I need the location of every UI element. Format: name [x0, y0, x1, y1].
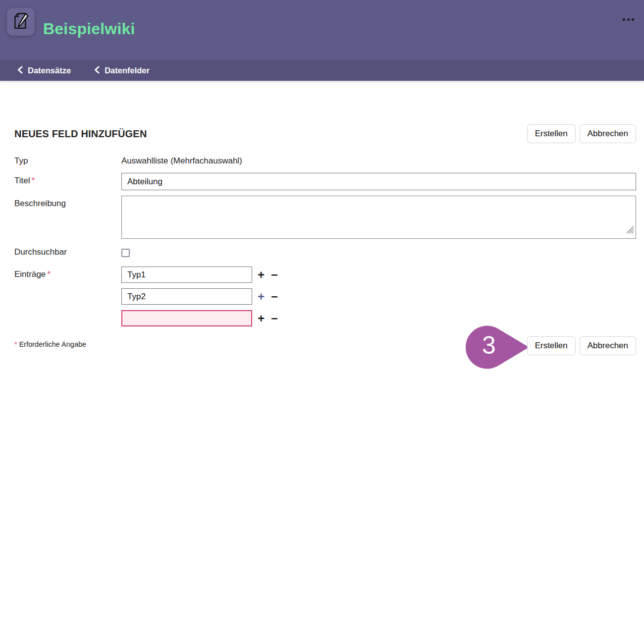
entry-row-2: + −	[121, 288, 636, 305]
form-footer: *Erforderliche Angabe 3 Erstellen Abbrec…	[14, 333, 636, 388]
entry-row-3: + −	[121, 310, 636, 326]
new-field-form: NEUES FELD HINZUFÜGEN Erstellen Abbreche…	[0, 124, 644, 388]
field-row-durchsuchbar: Durchsuchbar	[14, 247, 636, 260]
cancel-button-bottom[interactable]: Abbrechen	[580, 336, 636, 355]
typ-label: Typ	[14, 156, 121, 166]
field-row-typ: Typ Auswahlliste (Mehrfachauswahl)	[14, 156, 636, 166]
beschreibung-textarea[interactable]	[121, 196, 636, 239]
edit-document-icon	[12, 12, 30, 32]
entry-input-2[interactable]	[121, 288, 252, 305]
ellipsis-icon	[623, 18, 625, 21]
required-footnote: *Erforderliche Angabe	[14, 340, 86, 348]
callout-pointer-icon	[466, 322, 530, 372]
titel-label: Titel	[14, 176, 30, 185]
typ-value: Auswahlliste (Mehrfachauswahl)	[121, 156, 636, 166]
cancel-button-top[interactable]: Abbrechen	[580, 124, 636, 143]
durchsuchbar-checkbox[interactable]	[121, 249, 130, 257]
breadcrumb-label: Datenfelder	[105, 66, 150, 75]
chevron-left-icon	[94, 66, 100, 76]
remove-entry-icon[interactable]: −	[271, 313, 278, 324]
beschreibung-label: Beschreibung	[14, 196, 121, 239]
required-marker: *	[32, 176, 35, 185]
titel-input[interactable]	[121, 173, 636, 190]
top-action-buttons: Erstellen Abbrechen	[527, 124, 636, 143]
more-options-button[interactable]	[621, 16, 636, 23]
field-row-eintraege: Einträge* + − + − + −	[14, 267, 636, 326]
field-row-beschreibung: Beschreibung	[14, 196, 636, 239]
remove-entry-icon[interactable]: −	[271, 269, 278, 281]
step-number: 3	[466, 322, 512, 368]
add-entry-icon[interactable]: +	[258, 313, 265, 324]
app-header: Beispielwiki	[0, 0, 644, 60]
app-logo-button[interactable]	[7, 8, 35, 36]
add-entry-icon[interactable]: +	[258, 291, 265, 303]
required-marker: *	[14, 340, 17, 348]
breadcrumb: Datensätze Datenfelder	[0, 60, 644, 81]
add-entry-icon[interactable]: +	[258, 269, 265, 281]
create-button-top[interactable]: Erstellen	[527, 124, 576, 143]
step-annotation-balloon: 3	[466, 322, 530, 372]
wiki-title: Beispielwiki	[43, 20, 135, 38]
breadcrumb-item-datenfelder[interactable]: Datenfelder	[94, 66, 150, 76]
required-marker: *	[47, 269, 51, 279]
entry-input-3[interactable]	[121, 310, 252, 326]
resize-handle-icon[interactable]	[626, 225, 635, 237]
entry-row-1: + −	[121, 267, 636, 283]
eintraege-label: Einträge	[14, 269, 46, 279]
durchsuchbar-label: Durchsuchbar	[14, 247, 121, 260]
chevron-left-icon	[17, 66, 23, 76]
field-row-titel: Titel*	[14, 173, 636, 190]
bottom-action-buttons: Erstellen Abbrechen	[527, 336, 636, 355]
breadcrumb-item-datensaetze[interactable]: Datensätze	[17, 66, 71, 76]
create-button-bottom[interactable]: Erstellen	[527, 336, 576, 355]
page-title: NEUES FELD HINZUFÜGEN	[14, 128, 147, 140]
entry-input-1[interactable]	[121, 267, 252, 283]
breadcrumb-label: Datensätze	[28, 66, 71, 75]
remove-entry-icon[interactable]: −	[271, 291, 278, 303]
